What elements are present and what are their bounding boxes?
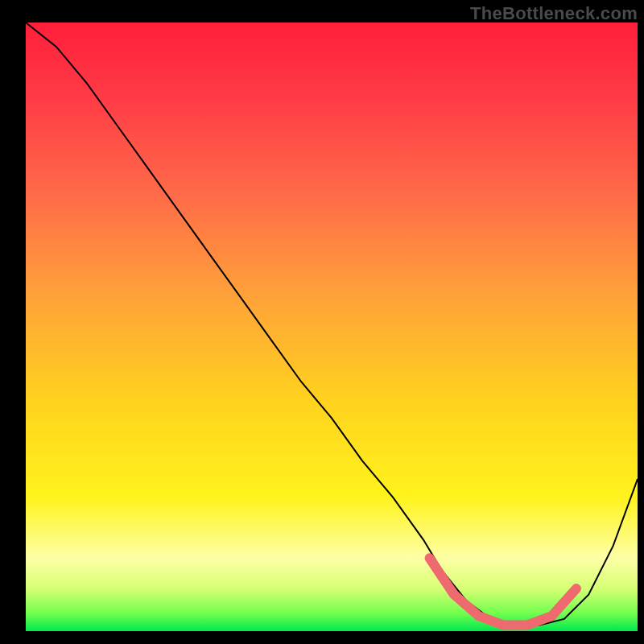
bottleneck-curve-chart bbox=[26, 23, 638, 631]
gradient-background bbox=[26, 23, 638, 631]
plot-area bbox=[26, 23, 638, 631]
attribution-watermark: TheBottleneck.com bbox=[470, 3, 638, 24]
chart-container: TheBottleneck.com bbox=[0, 0, 644, 644]
